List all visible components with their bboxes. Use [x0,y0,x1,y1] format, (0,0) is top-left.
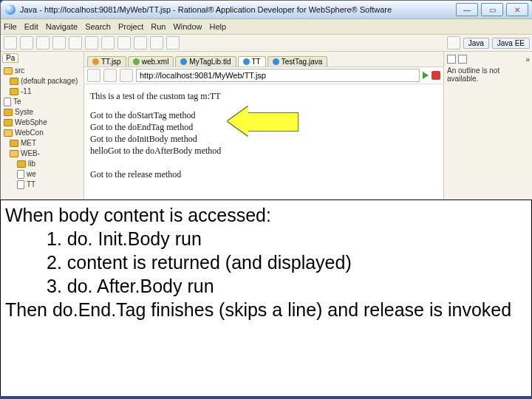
browser-toolbar [84,67,443,84]
tree-node[interactable]: -11 [2,86,82,97]
stop-button[interactable] [432,71,440,80]
editor-tab[interactable]: MyTagLib.tld [175,56,236,66]
tree-node[interactable]: MET [2,138,82,149]
package-explorer: Pa src (default package) -11 Te Syste We… [1,52,84,202]
menu-window[interactable]: Window [173,22,202,31]
titlebar: Java - http://localhost:9081/MyWeb/TT.js… [1,1,532,19]
tool-icon[interactable] [20,36,33,50]
go-button[interactable] [423,72,429,79]
editor-tab[interactable]: TT.jsp [87,56,126,66]
caption-tail: Then do.End.Tag finishes (skips a line) … [5,298,527,321]
tree-node[interactable]: src [2,66,82,76]
slide-footer-bar [0,396,532,399]
tool-icon[interactable] [69,36,82,50]
page-line: Got to the doInitBody method [90,133,437,145]
menu-help[interactable]: Help [210,22,227,31]
tool-icon[interactable] [52,36,66,50]
perspective-javaee[interactable]: Java EE [492,38,530,49]
menu-navigate[interactable]: Navigate [46,22,78,31]
tool-icon[interactable] [85,36,98,50]
perspective-switcher: Java Java EE [447,36,530,50]
xml-icon [133,58,140,65]
outline-tab-icon[interactable] [447,55,456,64]
page-line: Got to the doEndTag method [90,121,437,133]
tool-icon[interactable] [117,36,131,50]
caption-item: 1. do. Init.Body run [5,227,527,250]
outline-tab-icon[interactable] [458,55,467,64]
window-title: Java - http://localhost:9081/MyWeb/TT.js… [20,5,456,14]
caption-item: 2. content is returned (and displayed) [5,250,527,274]
tool-icon[interactable] [36,36,50,50]
outline-message: An outline is not available. [447,66,530,83]
tree-node[interactable]: WebSphe [2,117,82,128]
tree-node[interactable]: Te [2,97,82,107]
java-icon [273,58,279,65]
page-line: helloGot to the doAfterBody method [90,145,437,157]
tool-icon[interactable] [134,36,147,50]
page-line: Got to the release method [90,168,437,180]
editor-area: TT.jsp web.xml MyTagLib.tld TT TestTag.j… [84,52,443,202]
maximize-button[interactable]: ▭ [481,3,503,16]
menu-edit[interactable]: Edit [24,22,38,31]
browser-icon [243,58,250,65]
menu-project[interactable]: Project [118,22,143,31]
tree-node[interactable]: WebCon [2,128,82,138]
menu-run[interactable]: Run [151,22,166,31]
minimize-button[interactable]: — [456,3,478,16]
refresh-button[interactable] [120,69,133,82]
editor-tab[interactable]: TestTag.java [267,56,328,66]
page-line: Got to the doStartTag method [90,109,437,121]
project-tree: src (default package) -11 Te Syste WebSp… [2,66,82,190]
outline-view: » An outline is not available. [443,52,532,202]
tool-icon[interactable] [166,36,180,50]
app-icon [5,4,16,15]
forward-button[interactable] [103,69,117,82]
browser-content: This is a test of the custom tag m:TT Go… [84,84,443,202]
page-intro: This is a test of the custom tag m:TT [90,90,437,102]
tree-node[interactable]: we [2,169,82,180]
caption-heading: When body content is accessed: [5,203,527,227]
editor-tabs: TT.jsp web.xml MyTagLib.tld TT TestTag.j… [84,52,443,67]
caption-item: 3. do. After.Body run [5,274,527,298]
open-perspective-icon[interactable] [447,36,460,50]
menubar: File Edit Navigate Search Project Run Wi… [1,19,532,35]
tld-icon [180,58,187,65]
tree-node[interactable]: lib [2,159,82,169]
editor-tab-active[interactable]: TT [238,56,266,66]
tool-icon[interactable] [101,36,115,50]
explorer-tab[interactable]: Pa [2,53,18,63]
menu-search[interactable]: Search [85,22,111,31]
close-button[interactable]: ✕ [506,3,528,16]
caption-box: When body content is accessed: 1. do. In… [0,200,532,398]
tree-node[interactable]: TT [2,180,82,190]
tree-node[interactable]: Syste [2,107,82,117]
perspective-java[interactable]: Java [463,38,489,49]
tool-icon[interactable] [150,36,163,50]
tree-node[interactable]: (default package) [2,76,82,86]
editor-tab[interactable]: web.xml [128,56,174,66]
menu-file[interactable]: File [4,22,17,31]
tree-node[interactable]: WEB- [2,149,82,159]
address-input[interactable] [136,69,420,82]
tool-icon[interactable] [4,36,17,50]
toolbar: Java Java EE [1,35,532,52]
ide-window: Java - http://localhost:9081/MyWeb/TT.js… [0,0,532,202]
jsp-icon [92,58,99,65]
back-button[interactable] [87,69,100,82]
outline-more[interactable]: » [525,55,530,64]
